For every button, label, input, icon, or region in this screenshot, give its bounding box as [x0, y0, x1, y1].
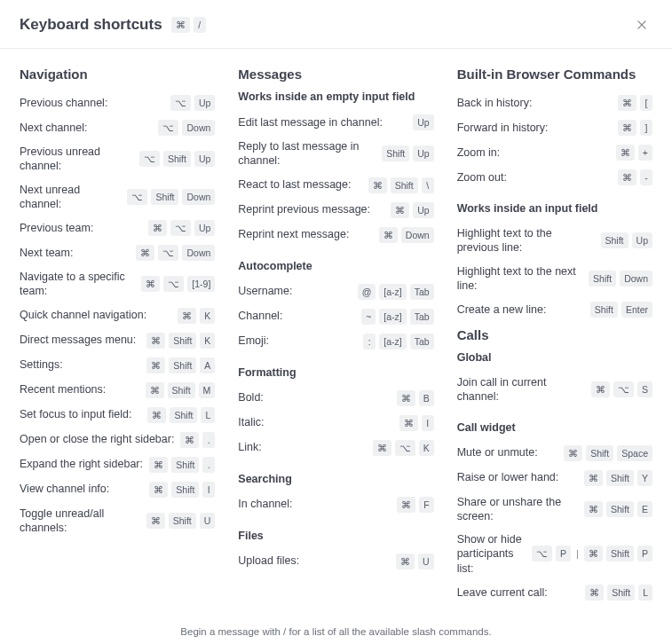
key-cap: [a-z] [379, 309, 406, 325]
key-cap: ⌘ [178, 308, 196, 324]
shortcut-keys: ⌘+ [616, 145, 652, 161]
key-cap: ⌘ [397, 390, 415, 406]
key-cap: ⌘ [146, 513, 165, 529]
key-cap: ⌥ [170, 95, 191, 111]
key-cap: ⌘ [396, 554, 415, 569]
key-cap: Up [413, 114, 433, 130]
key-cap: ⌘ [147, 407, 166, 423]
key-cap: F [419, 497, 433, 513]
key-cap: Shift [590, 302, 618, 318]
key-cap: ⌘ [180, 432, 199, 448]
shortcut-row: Username:@[a-z]Tab [238, 279, 433, 304]
shortcut-keys: ⌘ShiftU [146, 513, 216, 529]
modal-header: Keyboard shortcuts ⌘/ [0, 0, 672, 49]
key-cap: ⌥ [158, 245, 178, 261]
shortcut-column: MessagesWorks inside an empty input fiel… [238, 61, 433, 617]
shortcut-row: Reprint previous message:⌘Up [238, 198, 433, 223]
key-cap: Shift [169, 513, 196, 529]
key-cap: ] [640, 120, 652, 136]
key-cap: ⌥ [158, 120, 178, 136]
key-cap: P [556, 546, 571, 562]
shortcut-keys: ⌘ShiftM [146, 382, 216, 398]
shortcut-row: Create a new line:ShiftEnter [457, 297, 652, 322]
key-cap: . [202, 432, 215, 448]
shortcut-keys: ⌘Down [379, 227, 434, 243]
key-cap: Space [617, 445, 652, 461]
shortcut-row: Edit last message in channel:Up [238, 110, 433, 135]
shortcut-label: Channel: [238, 309, 361, 323]
key-cap: ⌥ [139, 151, 160, 167]
key-cap: ⌘ [399, 415, 418, 431]
key-cap: @ [358, 284, 376, 300]
shortcut-keys: ⌥Up [170, 95, 215, 111]
shortcut-label: Upload files: [238, 554, 396, 568]
key-cap: K [419, 440, 434, 456]
key-cap: Shift [163, 151, 191, 167]
key-cap: Shift [589, 271, 616, 287]
key-cap: Tab [410, 284, 434, 300]
shortcut-label: Next unread channel: [20, 183, 127, 212]
shortcut-label: Navigate to a specific team: [20, 270, 141, 299]
shortcut-keys: ⌘Up [391, 202, 433, 218]
shortcut-label: Recent mentions: [20, 382, 146, 397]
key-cap: ⌥ [163, 276, 184, 292]
key-cap: Up [194, 151, 215, 167]
shortcut-row: Toggle unread/all channels:⌘ShiftU [20, 502, 215, 540]
key-cap: ⌘ [171, 17, 190, 33]
shortcut-label: Open or close the right sidebar: [20, 432, 180, 446]
shortcut-label: Forward in history: [457, 121, 618, 135]
modal-title: Keyboard shortcuts [20, 16, 162, 34]
key-cap: K [200, 308, 215, 324]
key-cap: Tab [410, 309, 434, 325]
close-button[interactable] [631, 14, 652, 35]
shortcut-label: Back in history: [457, 96, 618, 110]
key-cap: L [638, 585, 652, 601]
shortcut-keys: ⌘ShiftK [146, 333, 215, 349]
key-cap: ⌘ [148, 220, 167, 236]
section-heading: Calls [457, 327, 652, 342]
shortcut-label: Highlight text to the next line: [457, 264, 589, 294]
shortcut-label: Italic: [238, 415, 399, 429]
key-cap: ⌥ [613, 381, 634, 397]
key-cap: Up [413, 202, 433, 218]
key-cap: Shift [391, 177, 418, 193]
subsection-heading: Works inside an empty input field [238, 90, 433, 103]
shortcut-row: Next channel:⌥Down [20, 115, 215, 140]
shortcut-keys: ⌘ShiftE [584, 501, 652, 517]
key-cap: Up [194, 220, 215, 236]
key-cap: ⌘ [149, 457, 168, 473]
key-cap: ⌘ [391, 202, 409, 218]
shortcut-label: Mute or unmute: [457, 445, 565, 459]
shortcut-row: Bold:⌘B [238, 386, 433, 411]
shortcut-row: Navigate to a specific team:⌘⌥[1-9] [20, 265, 215, 303]
key-cap: ⌘ [618, 169, 636, 185]
key-cap: ⌘ [564, 445, 582, 461]
modal-body: NavigationPrevious channel:⌥UpNext chann… [0, 49, 672, 617]
key-cap: L [201, 407, 215, 423]
shortcut-label: Set focus to input field: [20, 407, 147, 421]
key-cap: S [637, 381, 652, 397]
shortcut-label: In channel: [238, 497, 397, 511]
shortcut-row: Show or hide participants list:⌥P|⌘Shift… [457, 528, 652, 580]
shortcut-keys: ⌘ShiftL [585, 585, 652, 601]
shortcut-keys: ⌘Shift\ [368, 177, 434, 193]
shortcut-keys: ⌘F [397, 497, 433, 513]
shortcut-keys: Up [413, 114, 433, 130]
shortcut-row: View channel info:⌘ShiftI [20, 477, 215, 502]
shortcut-keys: ShiftDown [589, 271, 652, 287]
key-cap: Shift [169, 333, 196, 349]
key-cap: A [200, 357, 215, 373]
shortcut-keys: ⌘K [178, 308, 215, 324]
shortcut-keys: ⌘Shift. [149, 457, 215, 473]
shortcut-label: Create a new line: [457, 302, 590, 317]
key-cap: Up [632, 232, 652, 248]
key-cap: U [200, 513, 216, 529]
key-cap: Down [401, 227, 434, 243]
shortcut-label: Quick channel navigation: [20, 308, 178, 322]
key-cap: Y [637, 470, 652, 486]
key-cap: ⌥ [532, 546, 552, 562]
key-cap: \ [422, 177, 434, 193]
shortcut-keys: ⌘. [180, 432, 215, 448]
key-cap: ⌘ [379, 227, 398, 243]
shortcut-row: Previous unread channel:⌥ShiftUp [20, 140, 215, 178]
